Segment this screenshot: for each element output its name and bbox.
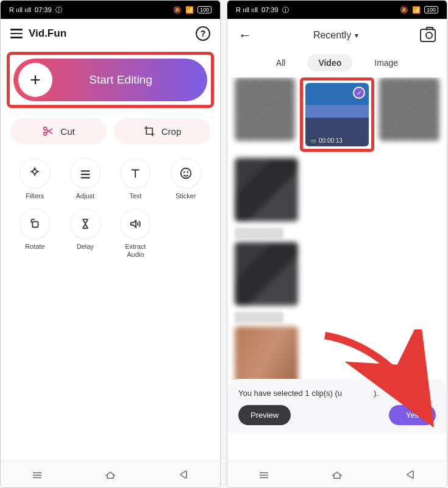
tool-extract-audio[interactable]: Extract Audio bbox=[113, 209, 158, 259]
battery-indicator: 100 bbox=[424, 6, 438, 13]
signal-indicator: R ııll ııll bbox=[236, 6, 258, 13]
video-thumbnail[interactable] bbox=[379, 77, 439, 141]
status-bar: R ııll ııll 07:39 ⓘ 🔕 📶 100 bbox=[227, 1, 447, 19]
home-icon[interactable] bbox=[103, 467, 118, 482]
android-nav-bar bbox=[1, 461, 220, 487]
svg-point-0 bbox=[44, 127, 47, 130]
cut-button[interactable]: Cut bbox=[10, 118, 107, 145]
video-thumbnail[interactable] bbox=[235, 77, 295, 141]
plus-icon: + bbox=[18, 63, 52, 97]
tool-label: Extract Audio bbox=[125, 243, 146, 259]
crop-label: Crop bbox=[162, 126, 182, 137]
svg-point-2 bbox=[181, 168, 191, 179]
audio-icon bbox=[129, 217, 142, 231]
star-icon bbox=[28, 167, 41, 180]
tool-adjust[interactable]: Adjust bbox=[63, 158, 108, 200]
info-icon: ⓘ bbox=[55, 5, 62, 15]
battery-indicator: 100 bbox=[197, 6, 212, 13]
status-bar: R ııll ııll 07:39 ⓘ 🔕 📶 100 bbox=[1, 1, 220, 19]
info-icon: ⓘ bbox=[282, 5, 289, 15]
back-nav-icon[interactable] bbox=[176, 467, 191, 482]
clock: 07:39 bbox=[261, 6, 279, 13]
home-icon[interactable] bbox=[330, 467, 344, 482]
selected-check-icon: ✓ bbox=[353, 87, 365, 99]
recent-apps-icon[interactable] bbox=[257, 467, 271, 482]
tool-label: Adjust bbox=[76, 192, 94, 200]
selected-video-highlight: ✓ 📹 00:00:13 bbox=[300, 77, 374, 152]
tool-delay[interactable]: Delay bbox=[63, 209, 108, 259]
tab-video[interactable]: Video bbox=[307, 54, 352, 71]
menu-icon[interactable] bbox=[10, 29, 23, 38]
tool-label: Filters bbox=[26, 192, 44, 200]
tool-label: Sticker bbox=[176, 192, 196, 200]
svg-point-4 bbox=[187, 172, 188, 173]
text-icon bbox=[129, 167, 142, 180]
tab-image[interactable]: Image bbox=[363, 54, 409, 71]
crop-icon bbox=[143, 125, 155, 137]
date-divider bbox=[235, 312, 283, 323]
tool-label: Delay bbox=[77, 243, 94, 251]
back-arrow-icon[interactable]: ← bbox=[238, 27, 252, 43]
cut-label: Cut bbox=[60, 126, 74, 137]
recent-apps-icon[interactable] bbox=[30, 467, 44, 482]
picker-screen: ← Recently ▾ All Video Image ✓ 📹 00:00:1… bbox=[227, 19, 447, 461]
camera-icon[interactable] bbox=[420, 29, 436, 42]
wifi-icon: 📶 bbox=[412, 6, 421, 14]
hourglass-icon bbox=[79, 217, 92, 231]
smile-icon bbox=[179, 167, 193, 180]
wifi-icon: 📶 bbox=[185, 6, 194, 14]
video-thumbnail-selected[interactable]: ✓ 📹 00:00:13 bbox=[305, 83, 369, 146]
scissors-icon bbox=[42, 125, 54, 137]
left-phone: R ııll ııll 07:39 ⓘ 🔕 📶 100 Vid.Fun ? + … bbox=[0, 0, 221, 488]
preview-button[interactable]: Preview bbox=[238, 405, 291, 425]
tool-text[interactable]: Text bbox=[113, 158, 158, 200]
dnd-icon: 🔕 bbox=[173, 6, 182, 14]
video-duration: 📹 00:00:13 bbox=[309, 137, 343, 144]
media-gallery[interactable]: ✓ 📹 00:00:13 📹 00:00:16 bbox=[227, 77, 447, 397]
crop-button[interactable]: Crop bbox=[114, 118, 210, 145]
help-icon[interactable]: ? bbox=[196, 26, 210, 41]
folder-dropdown[interactable]: Recently ▾ bbox=[313, 30, 358, 41]
svg-rect-5 bbox=[33, 222, 38, 228]
start-editing-highlight: + Start Editing bbox=[7, 52, 214, 108]
selection-message: You have selected 1 clip(s) (uxxxxxxxx). bbox=[238, 389, 436, 398]
chevron-down-icon: ▾ bbox=[355, 31, 358, 40]
svg-point-1 bbox=[44, 132, 47, 135]
video-thumbnail[interactable] bbox=[235, 158, 298, 221]
rotate-icon bbox=[28, 217, 41, 231]
dropdown-label: Recently bbox=[313, 30, 351, 41]
tool-label: Text bbox=[129, 192, 141, 200]
signal-indicator: R ııll ııll bbox=[9, 6, 31, 13]
tool-rotate[interactable]: Rotate bbox=[13, 209, 57, 259]
tool-label: Rotate bbox=[25, 243, 44, 251]
svg-point-3 bbox=[184, 172, 185, 173]
android-nav-bar bbox=[227, 461, 447, 487]
clock: 07:39 bbox=[35, 6, 52, 13]
tab-all[interactable]: All bbox=[265, 54, 297, 71]
start-editing-button[interactable]: + Start Editing bbox=[13, 59, 207, 101]
selection-bar: You have selected 1 clip(s) (uxxxxxxxx).… bbox=[227, 379, 447, 434]
home-screen: Vid.Fun ? + Start Editing Cut Crop Filte… bbox=[1, 19, 220, 461]
dnd-icon: 🔕 bbox=[400, 6, 408, 14]
tool-filters[interactable]: Filters bbox=[13, 158, 57, 200]
video-thumbnail[interactable] bbox=[235, 242, 298, 306]
yes-button[interactable]: Yes bbox=[389, 405, 436, 425]
tool-sticker[interactable]: Sticker bbox=[164, 158, 208, 200]
app-title: Vid.Fun bbox=[29, 27, 196, 40]
right-phone: R ııll ııll 07:39 ⓘ 🔕 📶 100 ← Recently ▾… bbox=[227, 0, 447, 488]
back-nav-icon[interactable] bbox=[403, 467, 418, 482]
adjust-icon bbox=[79, 167, 92, 180]
date-divider bbox=[235, 228, 283, 239]
start-editing-label: Start Editing bbox=[52, 73, 207, 87]
